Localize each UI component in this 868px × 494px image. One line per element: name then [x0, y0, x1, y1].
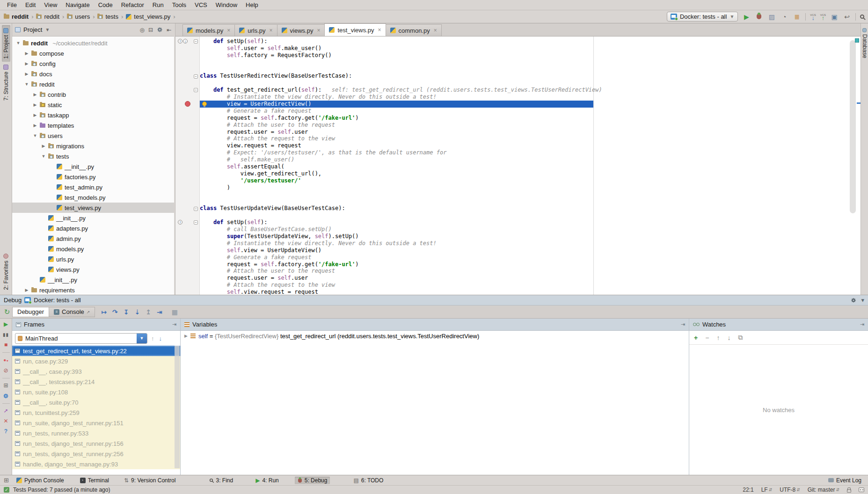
tree-item-tests[interactable]: ▼tests	[12, 151, 174, 161]
lock-icon[interactable]	[847, 489, 851, 493]
remove-watch-button[interactable]: −	[705, 334, 709, 341]
frame-row[interactable]: run, suite.py:108	[12, 387, 180, 397]
tree-item-templates[interactable]: ▶templates	[12, 120, 174, 131]
git-branch-select[interactable]: Git: master⇵	[808, 487, 839, 493]
update-project-button[interactable]: VCS↓	[810, 14, 816, 20]
run-with-coverage-button[interactable]: ≣	[793, 13, 801, 21]
fold-marker-icon[interactable]: −	[194, 207, 198, 211]
menu-item-refactor[interactable]: Refactor	[117, 0, 148, 9]
tree-item-models-py[interactable]: models.py	[12, 244, 174, 254]
editor-gutter[interactable]: ↑↓−−−−↑−	[175, 36, 200, 295]
sidebar-item-database[interactable]: Database	[861, 26, 868, 60]
toolwindow-button-python-console[interactable]: Python Console	[14, 477, 67, 484]
inspections-hector-icon[interactable]	[859, 487, 864, 492]
tree-item-migrations[interactable]: ▶migrations	[12, 141, 174, 151]
breadcrumb-item-tests[interactable]: tests	[97, 13, 118, 20]
sidebar-item-project[interactable]: 1: Project	[2, 25, 10, 62]
tree-item-views-py[interactable]: views.py	[12, 264, 174, 275]
float-panel-icon[interactable]: ⇥	[860, 321, 864, 327]
hide-panel-button[interactable]: ⇤	[167, 27, 171, 33]
float-panel-icon[interactable]: ⇥	[172, 321, 176, 327]
profiler-button[interactable]: ◔	[780, 13, 788, 21]
copy-watch-button[interactable]: ⧉	[738, 334, 743, 341]
mute-breakpoints-button[interactable]: ⊘	[3, 368, 8, 374]
menu-item-run[interactable]: Run	[148, 0, 168, 9]
expand-icon[interactable]: ▶	[184, 334, 188, 338]
fold-marker-icon[interactable]: −	[194, 74, 198, 79]
frame-row[interactable]: __call__, case.py:393	[12, 366, 180, 377]
float-panel-icon[interactable]: ⇥	[681, 321, 685, 327]
editor-tab-models-py[interactable]: models.py×	[182, 24, 235, 36]
frame-row[interactable]: test_get_redirect_url, test_views.py:22	[12, 346, 180, 356]
tree-item-urls-py[interactable]: urls.py	[12, 254, 174, 264]
toolwindow-button-6-todo[interactable]: ▤6: TODO	[350, 477, 386, 484]
tree-item-reddit[interactable]: ▼reddit~/cookiecutter/reddit	[12, 38, 174, 48]
chevron-collapsed-icon[interactable]: ▶	[33, 113, 37, 117]
tree-item-factories-py[interactable]: factories.py	[12, 172, 174, 182]
tree-item-__init__-py[interactable]: __init__.py	[12, 161, 174, 172]
frame-row[interactable]: run_tests, django_test_runner.py:256	[12, 449, 180, 459]
toolwindow-button-terminal[interactable]: ›Terminal	[77, 477, 112, 484]
chevron-collapsed-icon[interactable]: ▶	[24, 51, 29, 56]
menu-item-window[interactable]: Window	[212, 0, 241, 9]
toolwindow-button-5-debug[interactable]: 5: Debug	[295, 477, 330, 484]
breadcrumb-item-reddit[interactable]: reddit	[4, 13, 29, 20]
menu-item-vcs[interactable]: VCS	[190, 0, 212, 9]
tree-item-admin-py[interactable]: admin.py	[12, 233, 174, 244]
encoding-select[interactable]: UTF-8⇵	[780, 487, 800, 493]
toolwindow-button-event-log[interactable]: Event Log	[825, 477, 864, 484]
inspection-indicator[interactable]	[855, 38, 859, 43]
chevron-collapsed-icon[interactable]: ▶	[41, 144, 46, 148]
close-tab-icon[interactable]: ×	[317, 27, 320, 34]
commit-button[interactable]: VCS↑	[820, 14, 826, 20]
code-area[interactable]: def setUp(self): self.user = self.make_u…	[200, 38, 846, 295]
overriding-method-icon[interactable]: ↑	[178, 39, 182, 44]
previous-frame-button[interactable]: ↑	[151, 335, 154, 342]
step-out-button[interactable]: ↥	[146, 308, 151, 316]
pin-button[interactable]: ➚	[3, 408, 8, 414]
close-debug-button[interactable]: ✕	[3, 418, 8, 424]
fold-marker-icon[interactable]: −	[194, 88, 198, 92]
tab-debugger[interactable]: Debugger	[12, 307, 49, 317]
frame-row[interactable]: __call__, testcases.py:214	[12, 377, 180, 387]
menu-item-code[interactable]: Code	[94, 0, 117, 9]
close-tab-icon[interactable]: ×	[434, 27, 437, 34]
force-step-into-button[interactable]: ⇣	[135, 308, 140, 316]
fold-marker-icon[interactable]: −	[194, 220, 198, 225]
variable-row[interactable]: ▶ self = {TestUserRedirectView} test_get…	[181, 331, 689, 341]
frame-row[interactable]: __call__, suite.py:70	[12, 397, 180, 407]
menu-item-edit[interactable]: Edit	[21, 0, 40, 9]
move-watch-down-button[interactable]: ↓	[727, 334, 730, 341]
rerun-button[interactable]: ↻	[2, 308, 12, 316]
frame-row[interactable]: run_tests, runner.py:533	[12, 428, 180, 438]
panel-settings-button[interactable]	[157, 27, 163, 33]
toolwindow-button-3-find[interactable]: 3: Find	[206, 477, 236, 484]
tree-item-contrib[interactable]: ▶contrib	[12, 89, 174, 100]
editor-tab-test_views-py[interactable]: test_views.py×	[324, 23, 386, 36]
line-ending-select[interactable]: LF⇵	[761, 487, 773, 493]
sidebar-item-favorites[interactable]: 2: Favorites	[2, 251, 10, 293]
editor-tab-views-py[interactable]: views.py×	[277, 24, 325, 36]
show-execution-point-button[interactable]: ↦	[101, 308, 107, 316]
chevron-collapsed-icon[interactable]: ▶	[24, 61, 29, 66]
chevron-expanded-icon[interactable]: ▼	[16, 41, 21, 45]
stop-button[interactable]: ■	[4, 342, 7, 348]
chevron-collapsed-icon[interactable]: ▶	[33, 102, 37, 107]
chevron-collapsed-icon[interactable]: ▶	[24, 72, 29, 76]
breadcrumb-item-test_views.py[interactable]: test_views.py	[126, 13, 170, 20]
next-frame-button[interactable]: ↓	[159, 335, 162, 342]
chevron-collapsed-icon[interactable]: ▶	[33, 92, 37, 97]
rollback-button[interactable]: ↩	[843, 13, 851, 21]
pause-button[interactable]: ▮▮	[3, 332, 9, 338]
fold-marker-icon[interactable]: −	[194, 39, 198, 44]
tree-item-requirements[interactable]: ▶requirements	[12, 285, 174, 295]
add-watch-button[interactable]: +	[694, 334, 698, 341]
editor-tab-common-py[interactable]: common.py×	[386, 24, 442, 36]
caret-position[interactable]: 22:1	[743, 487, 753, 493]
status-message[interactable]: Tests Passed: 7 passed (a minute ago)	[13, 487, 110, 493]
sidebar-item-structure[interactable]: 7: Structure	[2, 62, 10, 103]
run-configuration-select[interactable]: Docker: tests - all ▼	[667, 12, 738, 22]
evaluate-expression-button[interactable]: ▦	[172, 308, 178, 316]
menu-item-view[interactable]: View	[40, 0, 61, 9]
editor-body[interactable]: ↑↓−−−−↑− def setUp(self): self.user = se…	[175, 36, 861, 295]
